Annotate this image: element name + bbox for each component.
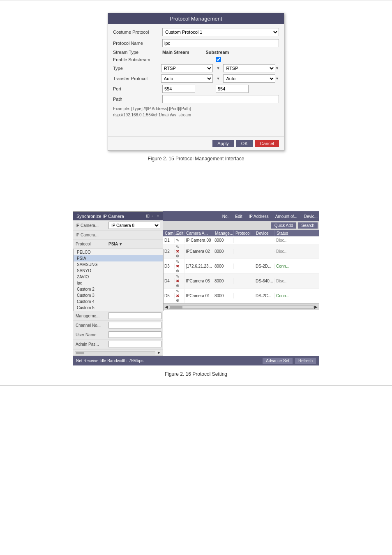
ip-camera-select[interactable]: IP Camera 8 [108,222,160,229]
type-label: Type [113,66,161,71]
cancel-button[interactable]: Cancel [255,140,279,147]
settings-icon-d3[interactable]: ⊕ [176,268,179,273]
port-main-input[interactable] [162,85,195,93]
settings-icon-d5[interactable]: ⊕ [176,298,179,303]
dropdown-item-custom4[interactable]: Custom 4 [74,298,163,305]
transfer-main-select[interactable]: Auto [161,74,213,83]
enable-substream-checkbox[interactable] [216,57,221,62]
dropdown-item-sanyo[interactable]: SANYO [74,268,163,274]
path-input[interactable] [162,95,279,103]
delete-icon-d5[interactable]: ✖ [176,294,179,298]
sync-panel-header: Synchronize IP Camera ⊞ ← ○ [73,212,163,220]
td-ip-d5: IPCamera 01 [184,293,213,298]
dropdown-item-psia[interactable]: PSIA [74,255,163,261]
protocol-dropdown: PELCO PSIA SAMSUNG SANYO ZAVIO ipc Custo… [73,249,164,311]
table-scrollbar-area: ◀ ▶ [163,303,319,310]
type-sub-select[interactable]: RTSP [223,64,275,72]
search-button[interactable]: Search [298,222,318,229]
apply-button[interactable]: Apply [212,140,234,147]
dialog-content: Costume Protocol Custom Protocol 1 Proto… [108,24,284,136]
port-row: Port [113,85,279,93]
type-sub-arrow: ▼ [275,66,279,70]
td-icons-d4: ✎ ✖ ⊕ [175,274,184,288]
user-name-input[interactable] [108,331,161,338]
col-no: No. [222,214,229,219]
td-protocol-d2 [234,251,254,252]
port-label: Port [113,86,162,91]
scroll-right-icon[interactable]: ▶ [314,305,318,309]
channel-no-input[interactable] [108,322,161,328]
example-text: Example: [Type]://[IP Address]:[Port]/[P… [113,106,279,118]
dropdown-item-custom2[interactable]: Custom 2 [74,286,163,292]
table-h-scrollbar[interactable] [169,305,314,309]
left-config-panel: Synchronize IP Camera ⊞ ← ○ IP Camera...… [73,211,163,356]
admin-pas-input[interactable] [108,341,161,347]
right-panel: No. Edit IP Address Amount of... Devic..… [163,211,319,356]
col-edit: Edit [235,214,242,219]
ip-camera-row1: IP Camera... IP Camera 8 [73,220,163,231]
footer-buttons: Advance Set Refresh [263,358,316,364]
col-amount: Amount of... [275,214,297,219]
protocol-row: Protocol PSIA ▼ [73,240,163,249]
delete-icon-d2[interactable]: ✖ [176,249,179,254]
dropdown-item-ipc[interactable]: ipc [74,280,163,286]
td-ip-d4: IPCamera 05 [184,278,213,284]
port-sub-input[interactable] [216,85,249,93]
td-protocol-d4 [234,281,254,282]
protocol-current-value: PSIA [108,242,118,246]
dropdown-item-zavio[interactable]: ZAVIO [74,274,163,280]
th-protocol: Protocol [234,230,254,236]
edit-icon-d3[interactable]: ✎ [176,259,179,264]
edit-icon-d2[interactable]: ✎ [176,245,179,249]
ok-button[interactable]: OK [236,140,253,147]
scroll-left-icon[interactable]: ◀ [165,305,168,309]
stream-main-label: Main Stream [162,50,189,55]
right-header: No. Edit IP Address Amount of... Devic..… [163,211,319,221]
td-status-d4: Disc... [275,278,293,284]
refresh-button[interactable]: Refresh [295,358,316,364]
delete-icon-d4[interactable]: ✖ [176,279,179,283]
substream-checkbox-area [162,57,221,62]
figure2-caption: Figure 2. 16 Protocol Setting [165,371,227,377]
transfer-sub-select[interactable]: Auto [223,74,275,83]
delete-icon-d3[interactable]: ✖ [176,264,179,268]
dropdown-item-custom3[interactable]: Custom 3 [74,292,163,298]
settings-icon-d2[interactable]: ⊕ [176,254,179,258]
right-header-cols: No. Edit IP Address Amount of... Devic..… [222,214,318,219]
manageme-input[interactable] [108,312,161,319]
horizontal-scrollbar[interactable] [75,351,155,354]
scroll-right-arrow[interactable]: ► [155,350,161,355]
user-name-row: User Name [73,330,163,340]
costume-protocol-select[interactable]: Custom Protocol 1 [162,28,279,36]
dropdown-item-pelco[interactable]: PELCO [74,249,163,255]
edit-icon-d5[interactable]: ✎ [176,289,179,294]
settings-icon-d4[interactable]: ⊕ [176,283,179,288]
scrollbar-area: ► [73,349,163,356]
th-camera-a: Camera A... [184,230,213,236]
quick-add-button[interactable]: Quick Add [271,222,297,229]
section-gap [0,170,392,195]
td-status-d3: Conn... [275,264,293,269]
transfer-sub-arrow: ▼ [275,76,279,81]
stream-sub-label: Substream [205,50,229,55]
table-body: D1 ✎ IP Camera 00 8000 Disc... D2 [163,236,319,303]
section1-protocol-management: Protocol Management Costume Protocol Cus… [0,0,392,170]
td-edit-d1[interactable]: ✎ [175,238,184,243]
action-buttons-row: Quick Add Search [163,221,319,230]
protocol-name-row: Protocol Name [113,39,279,48]
edit-icon-d4[interactable]: ✎ [176,274,179,279]
dialog-title: Protocol Management [170,16,222,22]
protocol-select-area: PSIA ▼ [108,242,160,246]
th-device: Device [254,230,275,236]
protocol-name-input[interactable] [162,39,279,47]
type-main-select[interactable]: RTSP [161,64,213,72]
td-icons-d3: ✎ ✖ ⊕ [175,259,184,273]
td-status-d1: Disc... [275,238,293,243]
dropdown-item-custom5[interactable]: Custom 5 [74,305,163,311]
dropdown-item-samsung[interactable]: SAMSUNG [74,261,163,268]
td-protocol-d3 [234,266,254,267]
page-container: Protocol Management Costume Protocol Cus… [0,0,392,386]
advance-set-button[interactable]: Advance Set [263,358,293,364]
sync-header-icons: ⊞ ← ○ [146,213,159,219]
transfer-arrow: ▼ [216,76,220,81]
